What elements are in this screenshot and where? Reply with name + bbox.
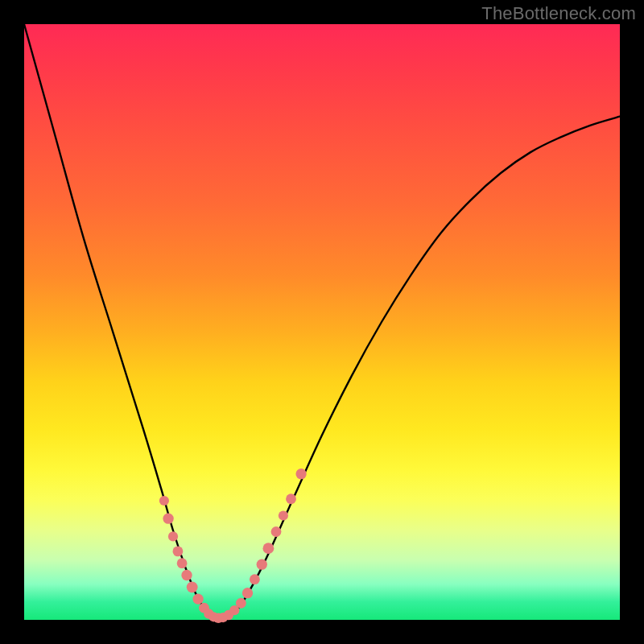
plot-area [24,24,620,620]
data-marker [163,514,173,524]
data-marker [159,496,169,506]
data-marker [295,469,306,479]
data-marker [286,493,296,504]
data-marker [173,546,184,556]
curve-layer [24,24,620,620]
data-marker [192,593,203,604]
data-marker [181,570,192,580]
data-marker [168,531,178,541]
data-marker [242,588,253,598]
data-marker [271,526,282,537]
data-markers [159,469,307,623]
data-marker [250,574,260,584]
data-marker [279,510,288,520]
data-marker [257,559,267,570]
bottleneck-curve [24,24,620,620]
data-marker [177,558,188,568]
watermark-text: TheBottleneck.com [481,3,636,24]
data-marker [236,598,246,609]
chart-frame: TheBottleneck.com [0,0,644,644]
data-marker [187,581,198,592]
data-marker [262,543,274,554]
